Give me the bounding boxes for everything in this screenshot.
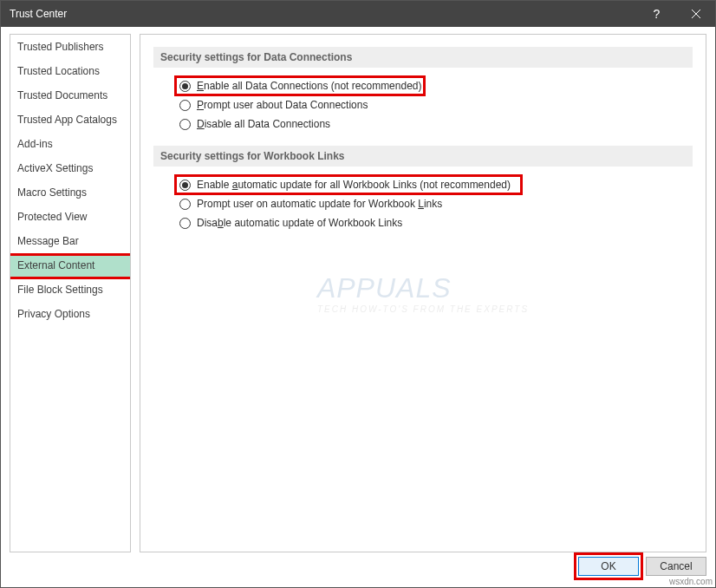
close-icon xyxy=(692,10,700,18)
radio-label-post: isable all Data Connections xyxy=(205,118,330,130)
watermark: APPUALS TECH HOW-TO'S FROM THE EXPERTS xyxy=(317,272,529,314)
radio-label-accelerator: E xyxy=(197,80,204,92)
radio-label-post: le automatic update of Workbook Links xyxy=(224,217,403,229)
sidebar-item-trusted-app-catalogs[interactable]: Trusted App Catalogs xyxy=(10,108,130,132)
radio-label: Enable all Data Connections (not recomme… xyxy=(197,80,422,92)
radio-label: Prompt user about Data Connections xyxy=(197,99,368,111)
radio-label-post: rompt user about Data Connections xyxy=(204,99,368,111)
sidebar-item-label: Privacy Options xyxy=(17,308,90,320)
sidebar-item-label: Trusted Locations xyxy=(17,65,100,77)
radio-icon xyxy=(179,218,191,229)
sidebar-item-protected-view[interactable]: Protected View xyxy=(10,205,130,229)
sidebar-item-label: Trusted Documents xyxy=(17,89,107,101)
help-icon: ? xyxy=(654,7,661,21)
sidebar-item-macro-settings[interactable]: Macro Settings xyxy=(10,180,130,205)
sidebar-item-label: Trusted App Catalogs xyxy=(17,114,117,126)
radio-label-pre: Enable xyxy=(197,179,232,191)
radio-icon xyxy=(179,199,191,210)
sidebar-item-message-bar[interactable]: Message Bar xyxy=(10,229,130,253)
sidebar-item-privacy-options[interactable]: Privacy Options xyxy=(10,302,130,326)
section-header-data-connections: Security settings for Data Connections xyxy=(153,47,693,68)
sidebar-item-trusted-publishers[interactable]: Trusted Publishers xyxy=(10,35,130,59)
trust-center-dialog: Trust Center ? Trusted PublishersTrusted… xyxy=(0,0,716,588)
sidebar-item-label: Macro Settings xyxy=(17,186,87,199)
radio-label: Enable automatic update for all Workbook… xyxy=(197,179,511,191)
radio-icon xyxy=(179,119,191,130)
radio-icon xyxy=(179,81,191,92)
watermark-main: APPUALS xyxy=(317,272,529,304)
radio-option[interactable]: Enable automatic update for all Workbook… xyxy=(179,179,693,191)
cancel-button[interactable]: Cancel xyxy=(646,557,706,576)
radio-group-data-connections: Enable all Data Connections (not recomme… xyxy=(153,80,693,130)
radio-label: Disable automatic update of Workbook Lin… xyxy=(197,217,402,229)
sidebar-item-file-block-settings[interactable]: File Block Settings xyxy=(10,278,130,302)
radio-label-post: nable all Data Connections (not recommen… xyxy=(204,80,421,92)
dialog-body: Trusted PublishersTrusted LocationsTrust… xyxy=(1,27,715,552)
radio-icon xyxy=(179,180,191,191)
radio-icon xyxy=(179,100,191,111)
radio-label: Prompt user on automatic update for Work… xyxy=(197,198,442,210)
radio-label-pre: Disa xyxy=(197,217,218,229)
radio-option[interactable]: Enable all Data Connections (not recomme… xyxy=(179,80,693,92)
radio-label-accelerator: b xyxy=(218,217,224,229)
section-header-workbook-links: Security settings for Workbook Links xyxy=(153,146,693,167)
sidebar-item-label: Protected View xyxy=(17,211,88,223)
sidebar-item-label: External Content xyxy=(17,259,94,271)
sidebar-item-trusted-locations[interactable]: Trusted Locations xyxy=(10,59,130,83)
sidebar-item-external-content[interactable]: External Content xyxy=(10,253,130,278)
watermark-sub: TECH HOW-TO'S FROM THE EXPERTS xyxy=(317,304,529,314)
window-title: Trust Center xyxy=(10,8,637,20)
sidebar-item-add-ins[interactable]: Add-ins xyxy=(10,132,130,156)
sidebar-item-label: ActiveX Settings xyxy=(17,162,93,174)
radio-label-accelerator: P xyxy=(197,99,204,111)
radio-group-workbook-links: Enable automatic update for all Workbook… xyxy=(153,179,693,229)
radio-label: Disable all Data Connections xyxy=(197,118,330,130)
close-button[interactable] xyxy=(676,1,715,27)
ok-button[interactable]: OK xyxy=(578,557,639,576)
radio-label-post: inks xyxy=(424,198,442,210)
sidebar-item-label: File Block Settings xyxy=(17,284,103,296)
content-panel: APPUALS TECH HOW-TO'S FROM THE EXPERTS S… xyxy=(140,34,706,552)
sidebar-item-activex-settings[interactable]: ActiveX Settings xyxy=(10,156,130,180)
sidebar-item-trusted-documents[interactable]: Trusted Documents xyxy=(10,83,130,108)
radio-label-post: utomatic update for all Workbook Links (… xyxy=(238,179,511,191)
titlebar: Trust Center ? xyxy=(1,1,715,27)
radio-option[interactable]: Prompt user on automatic update for Work… xyxy=(179,198,693,210)
source-tag: wsxdn.com xyxy=(669,577,713,586)
sidebar-item-label: Add-ins xyxy=(17,138,53,150)
radio-option[interactable]: Disable automatic update of Workbook Lin… xyxy=(179,217,693,229)
radio-option[interactable]: Prompt user about Data Connections xyxy=(179,99,693,111)
sidebar: Trusted PublishersTrusted LocationsTrust… xyxy=(10,34,131,552)
radio-option[interactable]: Disable all Data Connections xyxy=(179,118,693,130)
sidebar-item-label: Trusted Publishers xyxy=(17,41,104,53)
radio-label-accelerator: L xyxy=(418,198,424,210)
ok-button-label: OK xyxy=(601,560,615,572)
radio-label-accelerator: D xyxy=(197,118,205,130)
cancel-button-label: Cancel xyxy=(660,560,692,572)
sidebar-item-label: Message Bar xyxy=(17,235,79,247)
radio-label-pre: Prompt user on automatic update for Work… xyxy=(197,198,418,210)
help-button[interactable]: ? xyxy=(637,1,676,27)
dialog-footer: OK Cancel xyxy=(1,552,715,587)
